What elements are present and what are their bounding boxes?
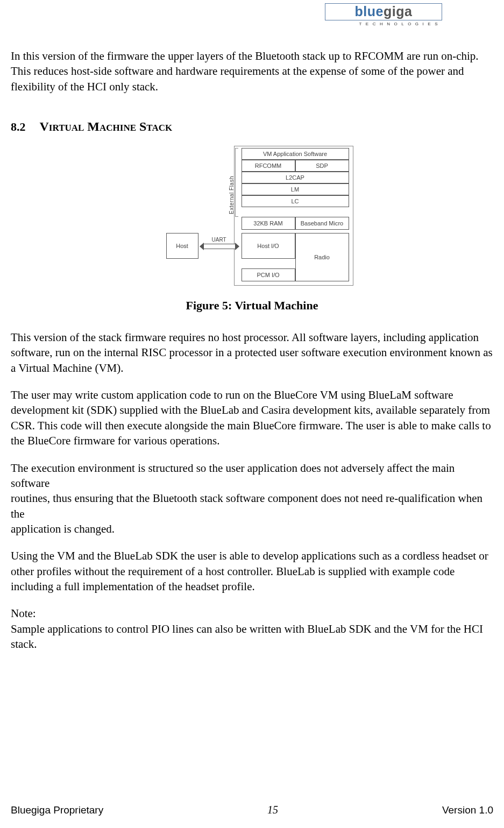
external-flash-label: External Flash [228,176,236,214]
box-l2cap: L2CAP [242,172,349,183]
box-lc: LC [242,195,349,207]
box-host: Host [166,233,198,259]
uart-label: UART [212,236,226,244]
vm-stack-diagram: External Flash VM Application Software R… [150,143,354,289]
brand-logo: bluegiga TECHNOLOGIES [325,3,442,27]
paragraph-5: Note: Sample applications to control PIO… [11,606,493,652]
paragraph-2: The user may write custom application co… [11,387,493,448]
logo-second: giga [384,4,412,19]
arrow-body-icon [204,244,235,249]
paragraph-1: This version of the stack firmware requi… [11,330,493,376]
box-radio: Radio [295,233,349,281]
diagram-container: External Flash VM Application Software R… [11,143,493,289]
box-sdp: SDP [295,160,349,172]
arrow-head-left-icon [200,243,204,250]
footer-page-number: 15 [267,803,278,817]
paragraph-3: The execution environment is structured … [11,461,493,537]
page-footer: Bluegiga Proprietary 15 Version 1.0 [11,803,493,817]
section-heading: 8.2 Virtual Machine Stack [11,118,493,135]
footer-left: Bluegiga Proprietary [11,803,103,817]
logo-text: bluegiga [355,3,413,21]
box-ram: 32KB RAM [242,217,295,230]
logo-box: bluegiga [325,3,442,20]
box-pcm-io: PCM I/O [242,268,295,281]
footer-right: Version 1.0 [442,803,493,817]
paragraph-4: Using the VM and the BlueLab SDK the use… [11,548,493,594]
box-baseband: Baseband Micro [295,217,349,230]
figure-caption: Figure 5: Virtual Machine [11,298,493,314]
box-vm-app: VM Application Software [242,148,349,160]
intro-paragraph: In this version of the firmware the uppe… [11,48,493,94]
section-number: 8.2 [11,119,37,135]
arrow-head-right-icon [235,243,239,250]
logo-first: blue [355,4,384,19]
box-host-io: Host I/O [242,233,295,259]
box-lm: LM [242,183,349,195]
section-title: Virtual Machine Stack [40,119,173,133]
logo-tagline: TECHNOLOGIES [325,22,442,27]
box-rfcomm: RFCOMM [242,160,295,172]
